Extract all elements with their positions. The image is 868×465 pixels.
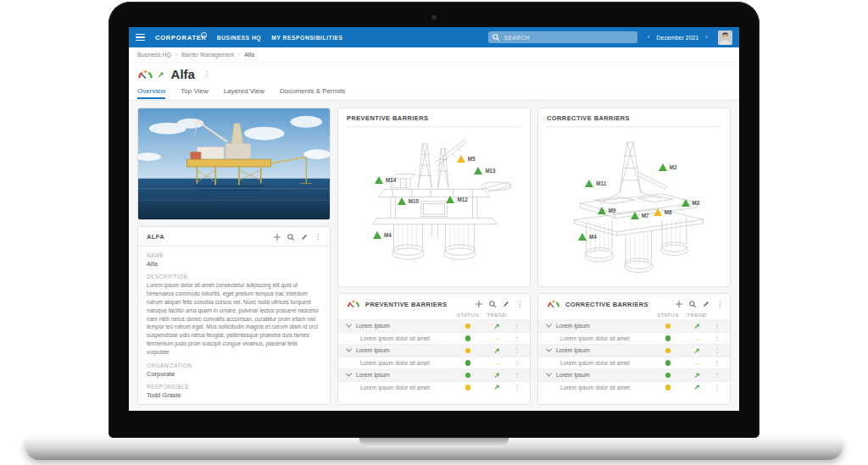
barrier-marker[interactable]: M2 [659, 163, 677, 171]
platform-photo [137, 108, 331, 220]
trend-arrow-icon: ↗ [693, 383, 699, 391]
kebab-menu-icon[interactable]: ⋮ [716, 301, 723, 308]
chevron-left-icon[interactable]: ‹ [648, 34, 650, 41]
kebab-menu-icon[interactable]: ⋮ [511, 346, 523, 354]
kebab-menu-icon[interactable]: ⋮ [711, 322, 723, 329]
breadcrumb-item-alfa[interactable]: Alfa [244, 52, 254, 58]
add-icon[interactable] [476, 301, 482, 307]
status-dot [465, 360, 471, 366]
chevron-down-icon[interactable] [546, 346, 552, 352]
edit-pencil-icon[interactable] [703, 301, 709, 307]
laptop-base-notch [359, 438, 509, 447]
kebab-menu-icon[interactable]: ⋮ [711, 359, 723, 367]
status-dot [465, 348, 471, 354]
barrier-marker[interactable]: M8 [654, 208, 672, 216]
nav-item-my-responsibilities[interactable]: MY RESPONSIBILITIES [271, 35, 343, 41]
table-header: PREVENTIVE BARRIERS ⋮ [338, 299, 530, 309]
chevron-down-icon[interactable] [346, 346, 352, 352]
status-dot [665, 360, 671, 366]
kebab-menu-icon[interactable]: ⋮ [711, 384, 723, 391]
kebab-menu-icon[interactable]: ⋮ [203, 70, 210, 78]
kebab-menu-icon[interactable]: ⋮ [711, 346, 723, 354]
trend-arrow-icon: → [693, 358, 701, 367]
table-row[interactable]: Lorem Ipsum ↗ ⋮ [538, 344, 730, 357]
table-row[interactable]: Lorem ipsum dolor sit amet ↗ ⋮ [338, 381, 530, 394]
page-title: Alfa [171, 67, 195, 81]
table-row[interactable]: Lorem ipsum dolor sit amet → ⋮ [538, 357, 730, 369]
breadcrumb: Business HQ › Barrier Management › Alfa [129, 47, 739, 63]
oil-platform-image [138, 108, 330, 219]
top-navbar: CORPORATER BUSINESS HQ MY RESPONSIBILITI… [129, 27, 739, 47]
search-icon[interactable] [689, 301, 696, 307]
chevron-right-icon[interactable]: › [705, 34, 708, 41]
edit-pencil-icon[interactable] [503, 301, 509, 307]
kebab-menu-icon[interactable]: ⋮ [516, 301, 523, 308]
kebab-menu-icon[interactable]: ⋮ [314, 233, 321, 241]
kebab-menu-icon[interactable]: ⋮ [511, 335, 523, 342]
triangle-status-icon [398, 197, 406, 205]
chevron-down-icon[interactable] [346, 371, 352, 377]
column-status: STATUS [453, 312, 482, 318]
search-input[interactable] [503, 34, 633, 42]
table-row[interactable]: Lorem Ipsum ↗ ⋮ [338, 319, 530, 332]
table-row[interactable]: Lorem ipsum dolor sit amet → ⋮ [338, 357, 530, 369]
chevron-down-icon[interactable] [546, 371, 552, 377]
table-row[interactable]: Lorem ipsum dolor sit amet → ⋮ [338, 332, 530, 345]
barrier-marker[interactable]: M13 [474, 167, 495, 174]
search-icon[interactable] [287, 234, 294, 241]
table-row[interactable]: Lorem ipsum dolor sit amet ↗ ⋮ [538, 381, 730, 394]
add-icon[interactable] [274, 234, 281, 241]
avatar[interactable] [718, 30, 732, 45]
edit-pencil-icon[interactable] [301, 234, 308, 241]
kebab-menu-icon[interactable]: ⋮ [711, 371, 723, 379]
responsible-label: RESPONSIBLE [147, 384, 321, 390]
status-dot [465, 335, 471, 341]
rig-wireframe-area: M2 M11 M3 M9 M7 M8 M4 [547, 127, 721, 280]
table-row[interactable]: Lorem Ipsum ↗ ⋮ [538, 368, 730, 381]
hamburger-menu-icon[interactable] [136, 34, 145, 42]
chevron-down-icon[interactable] [546, 322, 552, 328]
add-icon[interactable] [676, 301, 682, 307]
barrier-marker[interactable]: M9 [598, 207, 616, 214]
table-row[interactable]: Lorem Ipsum ↗ ⋮ [538, 319, 730, 332]
tab-documents-permits[interactable]: Documents & Permits [280, 86, 345, 97]
nav-item-business-hq[interactable]: BUSINESS HQ [217, 35, 261, 41]
breadcrumb-item-barrier-management[interactable]: Barrier Management [181, 52, 234, 58]
barrier-marker[interactable]: M3 [682, 199, 700, 207]
search-box[interactable] [488, 31, 637, 43]
chevron-down-icon[interactable] [346, 322, 352, 328]
barrier-marker[interactable]: M5 [457, 155, 476, 163]
barrier-marker[interactable]: M12 [446, 196, 467, 203]
tab-overview[interactable]: Overview [137, 86, 165, 99]
barrier-marker[interactable]: M10 [398, 197, 419, 205]
barrier-marker[interactable]: M14 [375, 176, 396, 184]
triangle-status-icon [446, 196, 454, 203]
search-icon[interactable] [489, 301, 496, 307]
corporater-logo[interactable]: CORPORATER [155, 34, 207, 42]
kebab-menu-icon[interactable]: ⋮ [511, 322, 523, 329]
tab-layered-view[interactable]: Layered View [224, 86, 264, 97]
tab-top-view[interactable]: Top View [181, 86, 208, 97]
period-label[interactable]: December 2021 [657, 35, 699, 41]
barrier-marker[interactable]: M4 [373, 231, 392, 239]
triangle-status-icon [578, 233, 587, 241]
barrier-marker[interactable]: M7 [631, 212, 649, 219]
breadcrumb-separator-icon: › [175, 52, 177, 58]
table-row[interactable]: Lorem Ipsum ↗ ⋮ [338, 344, 530, 357]
table-row[interactable]: Lorem Ipsum ↗ ⋮ [338, 368, 530, 381]
breadcrumb-item-business-hq[interactable]: Business HQ [137, 52, 171, 58]
trend-arrow-icon: → [693, 334, 701, 342]
barrier-marker[interactable]: M4 [578, 233, 597, 241]
kebab-menu-icon[interactable]: ⋮ [511, 359, 523, 367]
rig-wireframe-area: M5 M13 M14 M10 M12 M4 [347, 127, 521, 280]
triangle-status-icon [457, 155, 465, 163]
barrier-marker[interactable]: M11 [585, 180, 606, 187]
kebab-menu-icon[interactable]: ⋮ [711, 335, 723, 342]
organization-label: ORGANIZATION [147, 363, 321, 368]
status-dot [465, 373, 471, 379]
table-row[interactable]: Lorem ipsum dolor sit amet → ⋮ [538, 332, 730, 345]
kebab-menu-icon[interactable]: ⋮ [511, 371, 523, 379]
webcam-icon [432, 15, 437, 19]
viz-title: CORRECTIVE BARRIERS [547, 114, 721, 122]
kebab-menu-icon[interactable]: ⋮ [511, 384, 523, 391]
